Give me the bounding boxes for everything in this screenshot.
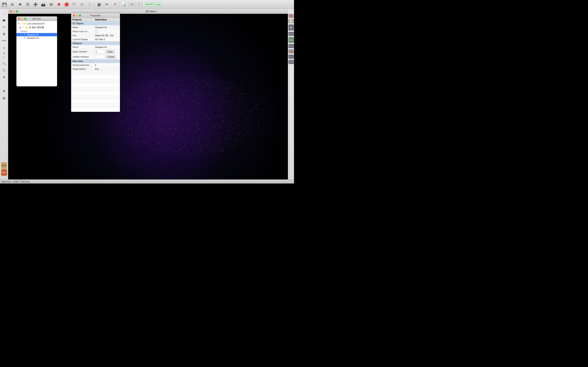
props-maximize-btn[interactable]	[79, 15, 81, 17]
back-view-icon[interactable]: BACK	[1, 169, 7, 176]
hrr-widget[interactable]: HRR	[288, 32, 294, 36]
currentdisplay-value: 3D View 1	[94, 38, 120, 42]
update-viewport-cell: Update	[94, 54, 120, 59]
pick-icon[interactable]: ✥	[16, 1, 24, 8]
no-entry-widget[interactable]: 🚫	[288, 49, 294, 53]
folder-icon-bin: 📁	[23, 22, 26, 25]
apply-button[interactable]: Apply	[106, 50, 114, 53]
toolbar: 💾 🖫 ✥ ☰ ➕ 📸 ⊞ ✖ 🔴 🛡 ⬡ ⬡ ▦ ✏ ↗ 📊 Kd S CAN…	[0, 0, 294, 9]
props-close-btn[interactable]	[73, 15, 75, 17]
viewport3-label: Viewport #3	[27, 33, 39, 36]
maximize-button[interactable]	[16, 10, 18, 12]
update-button[interactable]: Update	[106, 55, 116, 58]
cube-3d-icon[interactable]: ⬡	[1, 67, 7, 73]
db-tree-titlebar: DB Tree	[17, 17, 57, 21]
tree-item-viewport3[interactable]: ✓ 👁 Viewport #3	[17, 33, 57, 36]
db-tree-title: DB Tree	[33, 17, 41, 20]
back-arrow-icon[interactable]: ◁	[1, 44, 7, 51]
status-bar: New size = 2700 * 1600 (px)	[0, 179, 294, 184]
empty-row-3	[71, 79, 120, 83]
plugin-icon[interactable]: 🔴	[63, 1, 70, 8]
ssa5-widget[interactable]: SSA5	[288, 60, 294, 64]
kd-button[interactable]: Kd	[129, 3, 135, 6]
list-icon[interactable]: ☰	[24, 1, 31, 8]
auto-label[interactable]: AUTO	[1, 38, 7, 44]
s-button[interactable]: S	[137, 3, 141, 6]
compass-widget[interactable]: 🧭	[288, 19, 294, 23]
delete-icon[interactable]: ✖	[55, 1, 62, 8]
filter-icon[interactable]: 🛡	[71, 1, 78, 8]
dots-right-icon[interactable]: ⋯	[288, 10, 294, 13]
stack-icon[interactable]: ⧉	[1, 74, 7, 80]
minimize-button[interactable]	[13, 10, 15, 12]
layers-icon[interactable]: ▤	[1, 95, 7, 101]
prop-col-property: Property	[71, 18, 94, 22]
bookmark-widget[interactable]: 🔖	[288, 14, 294, 18]
box-icon[interactable]: ⬜	[1, 81, 7, 87]
check-mark-bin: ✓	[20, 23, 23, 25]
empty-row-7	[71, 95, 120, 100]
check-vp3: ✓	[21, 34, 23, 36]
check-bin: ▼	[17, 23, 20, 25]
n-direction-widget[interactable]: N	[288, 25, 294, 31]
showname-property-value	[94, 29, 120, 34]
move-icon[interactable]: ⊞	[47, 1, 55, 8]
search-zoom-icon[interactable]: 🔍	[1, 60, 7, 67]
save-icon[interactable]: 💾	[1, 1, 8, 8]
zoom-in-icon[interactable]: +	[1, 51, 7, 55]
vp-name-value: Viewport #3	[94, 45, 120, 49]
prop-col-value: State/Value	[94, 18, 120, 22]
snapshot-icon[interactable]: 📸	[40, 1, 47, 8]
ecl-widget[interactable]: ECL	[288, 55, 294, 59]
arrow-icon[interactable]: ↗	[111, 1, 118, 8]
props-minimize-btn[interactable]	[76, 15, 78, 17]
canupo-button[interactable]: CANUPO Create	[143, 3, 163, 6]
db-tree-window-controls	[18, 18, 26, 20]
eye-icon-vp4: 👁	[24, 37, 26, 39]
update-viewport-label: Update viewport	[71, 54, 94, 59]
tree-item-viewport4[interactable]: ✓ 👁 Viewport #4	[17, 36, 57, 40]
save-as-icon[interactable]: 🖫	[9, 1, 16, 8]
properties-table: Property State/Value CC Object Name View…	[71, 18, 120, 112]
check-vp4: ✓	[21, 37, 23, 39]
db-tree-maximize-btn[interactable]	[24, 18, 26, 20]
empty-row-6	[71, 91, 120, 95]
info-property-value: Object ID: 50 - Chi	[94, 34, 120, 38]
showname-checkbox[interactable]	[95, 30, 97, 33]
cloud-icon[interactable]: ⬡	[86, 1, 94, 8]
prop-row-apply-viewport: Apply viewport Apply	[71, 49, 120, 54]
view-title-label: 3D View 1	[146, 10, 156, 13]
grid-box-icon[interactable]: ⊞	[1, 88, 7, 94]
adv-widget[interactable]: ADV	[288, 44, 294, 48]
empty-row-2	[71, 75, 120, 79]
mesh-icon[interactable]: ▦	[95, 1, 103, 8]
zoom-out-icon[interactable]: −	[1, 55, 7, 59]
edit-icon[interactable]: ✏	[103, 1, 111, 8]
chart-icon[interactable]: 📊	[120, 1, 127, 8]
m3c2-widget[interactable]: M3C2	[288, 37, 294, 43]
update-viewport-input[interactable]	[95, 55, 105, 58]
octree-icon[interactable]: ⬡	[78, 1, 86, 8]
sep5	[142, 2, 142, 7]
db-tree-content: ▼ ✓ 📁 1.bin (/Volumes/Tr ▶ ✓ 📁 tie 輸出 開頭…	[17, 21, 57, 86]
bin-label: 1.bin (/Volumes/Tr	[26, 22, 45, 25]
tree-item-bin[interactable]: ▼ ✓ 📁 1.bin (/Volumes/Tr	[17, 22, 57, 25]
name-property-value: Viewport #3	[94, 25, 120, 29]
tie-label: tie 輸出 開頭霧.	[29, 26, 44, 29]
close-button[interactable]	[10, 10, 12, 12]
sep4	[136, 2, 136, 7]
tree-item-tie[interactable]: ▶ ✓ 📁 tie 輸出 開頭霧.	[17, 25, 57, 29]
name-property-label: Name	[71, 25, 94, 29]
db-tree-close-btn[interactable]	[18, 18, 20, 20]
add-cross-icon[interactable]: ⊕	[1, 31, 7, 37]
camera-icon[interactable]: 📷	[1, 17, 7, 23]
prop-row-currentdisplay: Current Display 3D View 1	[71, 38, 120, 42]
prop-row-update-viewport: Update viewport Update	[71, 54, 120, 59]
view-2d-icon[interactable]: ⬜	[1, 10, 7, 16]
apply-viewport-input[interactable]	[95, 50, 105, 53]
scale-1-1-icon[interactable]: 1:1	[1, 24, 7, 30]
db-tree-minimize-btn[interactable]	[21, 18, 23, 20]
empty-row-4	[71, 83, 120, 87]
front-view-icon[interactable]: FRONT	[1, 162, 7, 169]
add-icon[interactable]: ➕	[32, 1, 39, 8]
